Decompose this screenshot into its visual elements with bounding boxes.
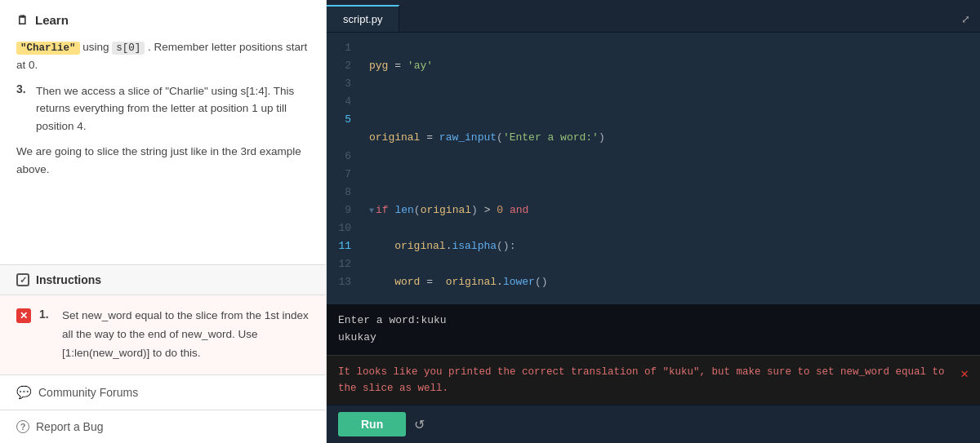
learn-item3-content: Then we access a slice of "Charlie" usin…	[36, 82, 310, 135]
ln-8: 8	[327, 184, 359, 202]
report-bug-link[interactable]: ? Report a Bug	[0, 410, 326, 443]
bug-label: Report a Bug	[36, 420, 104, 433]
instruction1-a: Set	[62, 309, 82, 321]
error-banner: It looks like you printed the correct tr…	[327, 355, 980, 405]
ln-1: 1	[327, 39, 359, 57]
code-line-1: pyg = 'ay'	[369, 57, 970, 75]
left-panel: 🗒 Learn "Charlie" using s[0] . Remember …	[0, 0, 327, 443]
code-area: 1 2 3 4 5 5 6 7 8 9 10 11 12 13 pyg = 'a…	[327, 33, 980, 304]
line-numbers: 1 2 3 4 5 5 6 7 8 9 10 11 12 13	[327, 33, 359, 304]
code-line-5a: ▼if len(original) > 0 and	[369, 202, 970, 219]
ln-7: 7	[327, 166, 359, 184]
learn-icon: 🗒	[16, 13, 29, 27]
ln-2: 2	[327, 57, 359, 75]
learn-item3-slice: s[1:4]	[240, 85, 267, 97]
instructions-check-icon: ✓	[16, 273, 29, 286]
code-line-5b: original.isalpha():	[369, 237, 970, 255]
ln-6: 6	[327, 148, 359, 166]
learn-item3-c: using	[208, 85, 241, 97]
instructions-title: Instructions	[36, 273, 101, 286]
ln-12: 12	[327, 255, 359, 273]
community-icon: 💬	[16, 385, 32, 400]
instruction1-g: to do this.	[149, 347, 200, 359]
error-message: It looks like you printed the correct tr…	[338, 364, 952, 396]
run-button[interactable]: Run	[338, 412, 406, 436]
learn-header: 🗒 Learn	[16, 13, 310, 27]
code-line-3: original = raw_input('Enter a word:')	[369, 129, 970, 147]
learn-item3-charlie: "Charlie"	[165, 85, 207, 97]
right-panel: script.py ⤢ 1 2 3 4 5 5 6 7 8 9 10 11 12…	[327, 0, 980, 443]
terminal-line-1: Enter a word:kuku	[338, 314, 447, 326]
instructions-header: ✓ Instructions	[0, 265, 326, 295]
ln-4: 4	[327, 93, 359, 111]
ln-10: 10	[327, 219, 359, 237]
learn-text-charlie: "Charlie"	[16, 42, 80, 55]
instruction1-new-word-1: new_word	[82, 309, 132, 321]
instructions-section: ✓ Instructions ✕ 1. Set new_word equal t…	[0, 264, 326, 374]
ln-3: 3	[327, 75, 359, 93]
learn-title: Learn	[35, 13, 69, 27]
learn-text-s0: s[0]	[112, 42, 145, 55]
learn-text-2: We are going to slice the string just li…	[16, 145, 301, 175]
bug-icon: ?	[16, 420, 29, 433]
instruction-item-1: ✕ 1. Set new_word equal to the slice fro…	[16, 307, 310, 363]
learn-item3-a: Then we access a slice of	[36, 85, 165, 97]
ln-11: 11	[327, 237, 359, 255]
terminal: Enter a word:kuku ukukay	[327, 304, 980, 355]
tab-script-py[interactable]: script.py	[327, 5, 399, 32]
learn-section: 🗒 Learn "Charlie" using s[0] . Remember …	[0, 0, 326, 264]
instructions-body: ✕ 1. Set new_word equal to the slice fro…	[0, 295, 326, 374]
instruction1-content: Set new_word equal to the slice from the…	[62, 307, 310, 363]
learn-text-block-2: We are going to slice the string just li…	[16, 143, 310, 178]
ln-13: 13	[327, 273, 359, 291]
instruction1-new-word-2: new_word	[181, 328, 232, 340]
learn-item3-num: 3.	[16, 82, 31, 135]
code-line-2	[369, 93, 970, 111]
expand-icon[interactable]: ⤢	[951, 7, 980, 32]
instruction1-num: 1.	[39, 307, 54, 321]
run-bar: Run ↺	[327, 405, 980, 443]
code-line-6: word = original.lower()	[369, 273, 970, 291]
community-forums-link[interactable]: 💬 Community Forums	[0, 374, 326, 410]
error-icon: ✕	[16, 308, 31, 323]
code-line-4	[369, 166, 970, 184]
instruction1-e: . Use	[232, 328, 258, 340]
tab-script-py-label: script.py	[343, 13, 382, 25]
ln-9: 9	[327, 202, 359, 219]
refresh-icon[interactable]: ↺	[414, 417, 425, 432]
ln-5: 5	[327, 111, 359, 129]
terminal-line-2: ukukay	[338, 331, 376, 343]
code-content[interactable]: pyg = 'ay' original = raw_input('Enter a…	[359, 33, 980, 304]
close-error-button[interactable]: ✕	[960, 364, 969, 386]
community-label: Community Forums	[38, 386, 138, 399]
learn-text-using: using	[82, 41, 112, 53]
editor-tabs: script.py ⤢	[327, 0, 980, 33]
learn-list-item-3: 3. Then we access a slice of "Charlie" u…	[16, 82, 310, 135]
instruction1-slice-code: [1:len(new_word)]	[62, 347, 149, 359]
learn-text-block-1: "Charlie" using s[0] . Remember letter p…	[16, 38, 310, 74]
